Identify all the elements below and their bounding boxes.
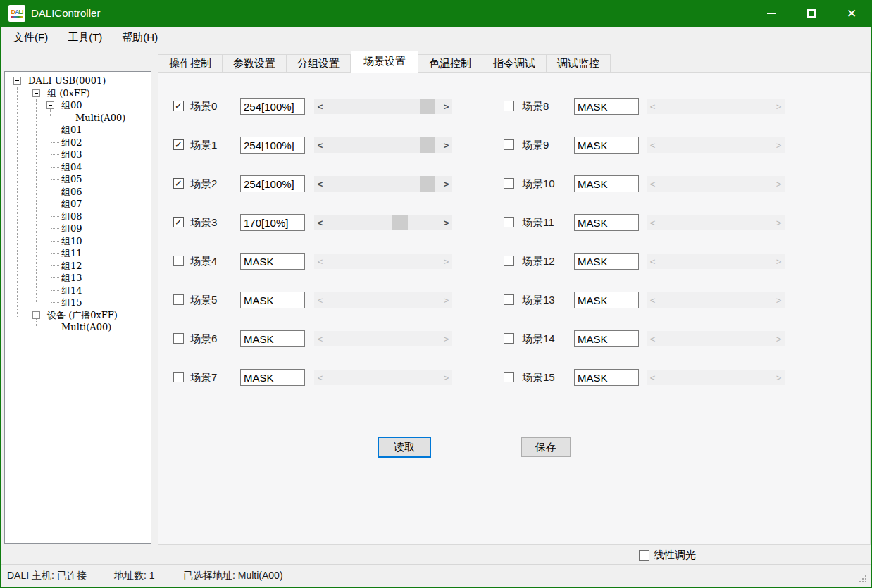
scene-value-input[interactable]	[240, 175, 305, 192]
tree-item[interactable]: 组00	[61, 99, 82, 111]
scene-checkbox[interactable]	[504, 294, 514, 305]
scene-checkbox[interactable]: ✓	[173, 217, 184, 227]
scene-value-input[interactable]	[574, 175, 639, 192]
scene-checkbox[interactable]: ✓	[173, 139, 184, 150]
menu-help[interactable]: 帮助(H)	[112, 27, 168, 48]
scrollbar-thumb[interactable]	[420, 176, 435, 192]
scrollbar-left-arrow-icon[interactable]: <	[314, 215, 326, 230]
tree-item[interactable]: 组15	[61, 296, 82, 308]
scene-value-input[interactable]	[240, 330, 305, 347]
close-button[interactable]: ✕	[841, 0, 862, 27]
tab-1[interactable]: 参数设置	[223, 54, 287, 73]
save-button[interactable]: 保存	[521, 437, 571, 457]
scrollbar-left-arrow-icon[interactable]: <	[314, 176, 326, 192]
scene-value-input[interactable]	[240, 253, 305, 270]
scene-label: 场景8	[522, 98, 549, 115]
scrollbar-left-arrow-icon: <	[647, 99, 659, 114]
resize-grip[interactable]	[859, 575, 866, 582]
tree-item[interactable]: Multi(A00)	[61, 321, 111, 333]
scrollbar-right-arrow-icon[interactable]: >	[440, 215, 452, 230]
scene-level-scrollbar[interactable]: <>	[314, 99, 452, 114]
tree-item[interactable]: 组13	[61, 272, 82, 284]
tree-expander-icon[interactable]	[46, 101, 54, 109]
tab-2[interactable]: 分组设置	[287, 54, 351, 73]
menu-file[interactable]: 文件(F)	[4, 27, 58, 48]
scene-value-input[interactable]	[574, 137, 639, 154]
tree-item[interactable]: DALI USB(0001)	[28, 75, 106, 87]
scrollbar-thumb[interactable]	[420, 137, 435, 153]
menu-tools[interactable]: 工具(T)	[58, 27, 112, 48]
tree-item[interactable]: 组12	[61, 260, 82, 272]
tree-item[interactable]: 组01	[61, 124, 82, 136]
scene-checkbox[interactable]	[504, 178, 514, 189]
scene-label: 场景5	[190, 292, 217, 308]
scrollbar-thumb[interactable]	[392, 215, 408, 230]
scene-level-scrollbar[interactable]: <>	[314, 176, 452, 192]
scene-checkbox[interactable]	[504, 101, 514, 111]
scene-checkbox[interactable]	[504, 333, 514, 344]
read-button[interactable]: 读取	[378, 437, 431, 458]
tree-expander-icon[interactable]	[32, 89, 40, 97]
tree-item[interactable]: 组11	[61, 247, 82, 259]
scene-value-input[interactable]	[574, 98, 639, 115]
scrollbar-right-arrow-icon[interactable]: >	[440, 176, 452, 192]
scene-value-input[interactable]	[240, 98, 305, 115]
tab-5[interactable]: 指令调试	[482, 54, 547, 73]
tree-item[interactable]: 组08	[61, 211, 82, 223]
scene-value-input[interactable]	[574, 214, 639, 231]
scene-value-input[interactable]	[240, 214, 305, 231]
tab-4[interactable]: 色温控制	[418, 54, 482, 73]
scene-checkbox[interactable]	[173, 333, 184, 344]
scrollbar-left-arrow-icon[interactable]: <	[314, 99, 326, 114]
tree-item[interactable]: 组14	[61, 284, 82, 296]
scene-checkbox[interactable]: ✓	[173, 101, 184, 111]
tree-item[interactable]: 组05	[61, 173, 82, 185]
linear-dimming-checkbox[interactable]	[639, 550, 649, 561]
scrollbar-right-arrow-icon[interactable]: >	[440, 137, 452, 153]
scrollbar-left-arrow-icon: <	[647, 331, 659, 346]
scene-checkbox[interactable]	[504, 256, 514, 266]
tab-0[interactable]: 操作控制	[158, 54, 223, 73]
scene-value-input[interactable]	[574, 292, 639, 308]
tree-item[interactable]: 组03	[61, 149, 82, 161]
scene-checkbox[interactable]	[173, 372, 184, 382]
tree-item[interactable]: 组10	[61, 235, 82, 247]
tree-item[interactable]: 组04	[61, 161, 82, 173]
scene-row: 场景5<>	[173, 292, 469, 308]
tree-item[interactable]: 组02	[61, 137, 82, 149]
scene-value-input[interactable]	[240, 137, 305, 154]
scene-row: 场景14<>	[504, 330, 799, 347]
scene-value-input[interactable]	[574, 369, 639, 386]
tree-item[interactable]: 设备 (广播0xFF)	[47, 309, 118, 321]
scene-level-scrollbar[interactable]: <>	[314, 215, 452, 230]
scrollbar-left-arrow-icon[interactable]: <	[314, 137, 326, 153]
scene-checkbox[interactable]	[173, 256, 184, 266]
scene-row: 场景10<>	[504, 175, 799, 192]
scene-checkbox[interactable]	[504, 372, 514, 382]
maximize-button[interactable]	[801, 0, 822, 27]
tree-expander-icon[interactable]	[32, 311, 40, 319]
scene-checkbox[interactable]: ✓	[173, 178, 184, 189]
scene-value-input[interactable]	[240, 292, 305, 308]
scene-value-input[interactable]	[240, 369, 305, 386]
scene-checkbox[interactable]	[504, 139, 514, 150]
tree-item[interactable]: 组06	[61, 186, 82, 198]
tree-guide-stub	[51, 327, 59, 327]
scrollbar-thumb[interactable]	[420, 99, 435, 114]
scrollbar-right-arrow-icon[interactable]: >	[440, 99, 452, 114]
minimize-button[interactable]	[761, 0, 782, 27]
scene-level-scrollbar: <>	[647, 254, 785, 269]
tab-6[interactable]: 调试监控	[547, 54, 611, 73]
scene-checkbox[interactable]	[504, 217, 514, 227]
scene-level-scrollbar[interactable]: <>	[314, 137, 452, 153]
tree-item[interactable]: 组07	[61, 198, 82, 210]
tree-item[interactable]: Multi(A00)	[75, 112, 125, 124]
scene-value-input[interactable]	[574, 253, 639, 270]
scene-checkbox[interactable]	[173, 294, 184, 305]
scene-label: 场景11	[522, 214, 554, 231]
scene-value-input[interactable]	[574, 330, 639, 347]
tree-item[interactable]: 组09	[61, 223, 82, 234]
tree-item[interactable]: 组 (0xFF)	[47, 87, 90, 99]
tab-3[interactable]: 场景设置	[351, 51, 418, 73]
tree-expander-icon[interactable]	[13, 77, 21, 85]
